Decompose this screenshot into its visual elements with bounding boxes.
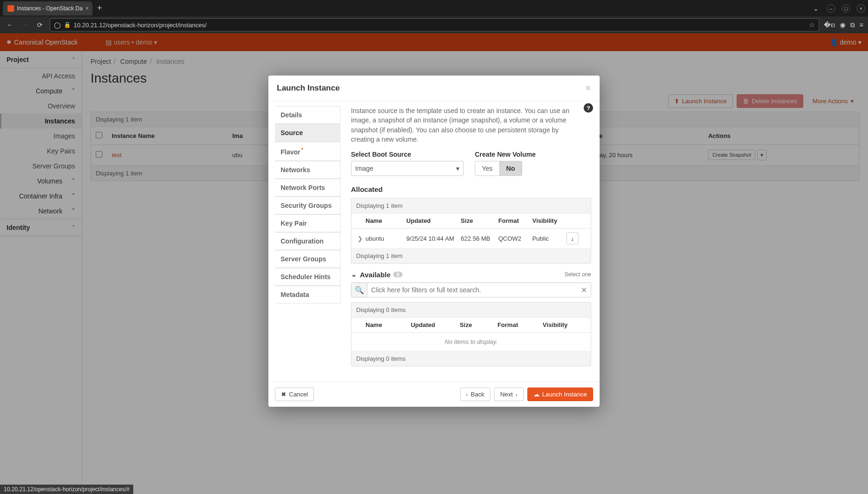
search-input[interactable] (367, 283, 577, 297)
step-security-groups[interactable]: Security Groups (275, 197, 341, 214)
button-label: Next (500, 391, 513, 398)
close-icon: ✖ (281, 391, 286, 398)
available-header-row: Name Updated Size Format Visibility (351, 318, 591, 333)
cloud-upload-icon: ☁ (533, 391, 540, 398)
col-updated[interactable]: Updated (406, 217, 461, 224)
window-minimize-button[interactable]: – (827, 4, 835, 13)
col-name[interactable]: Name (365, 321, 411, 328)
cell-name: ubuntu (365, 235, 406, 242)
browser-tab[interactable]: Instances - OpenStack Da × (3, 1, 92, 15)
shield-icon: ◯ (54, 22, 61, 29)
extensions-icon[interactable]: ⧉ (850, 21, 855, 29)
boot-source-value: Image (355, 165, 373, 172)
step-server-groups[interactable]: Server Groups (275, 250, 341, 268)
button-label: Cancel (289, 391, 308, 398)
bookmark-star-icon[interactable]: ☆ (809, 21, 815, 29)
col-format[interactable]: Format (498, 217, 533, 224)
allocated-title: Allocated (351, 185, 591, 193)
source-description: Instance source is the template used to … (351, 106, 591, 144)
available-count: 0 (393, 272, 403, 277)
boot-source-label: Select Boot Source (351, 151, 464, 158)
deallocate-button[interactable]: ↓ (566, 232, 579, 244)
allocated-header: Name Updated Size Format Visibility (351, 213, 591, 228)
step-source[interactable]: Source (275, 124, 341, 142)
window-maximize-button[interactable]: □ (842, 4, 850, 13)
step-configuration[interactable]: Configuration (275, 232, 341, 250)
clear-search-icon[interactable]: ✕ (577, 283, 591, 297)
toggle-yes[interactable]: Yes (475, 161, 499, 175)
cell-size: 622.56 MB (461, 235, 498, 242)
help-icon[interactable]: ? (584, 103, 593, 113)
col-visibility[interactable]: Visibility (543, 321, 588, 328)
window-close-button[interactable]: × (857, 4, 865, 13)
step-network-ports[interactable]: Network Ports (275, 179, 341, 197)
url-bar[interactable]: ◯ 🔒 10.20.21.12/openstack-horizon/projec… (50, 18, 819, 31)
available-info-bottom: Displaying 0 items (351, 351, 591, 366)
button-label: Back (471, 391, 484, 398)
available-header: ⌄ Available 0 Select one (351, 270, 591, 279)
browser-titlebar: Instances - OpenStack Da × + ⌄ – □ × (0, 0, 868, 16)
expand-row-icon[interactable]: ❯ (354, 235, 365, 242)
cell-updated: 9/25/24 10:44 AM (406, 235, 461, 242)
col-size[interactable]: Size (460, 321, 497, 328)
lock-icon: 🔒 (64, 22, 71, 28)
step-label: Flavor (281, 148, 300, 156)
browser-statusbar: 10.20.21.12/openstack-horizon/project/in… (0, 485, 133, 494)
step-networks[interactable]: Networks (275, 161, 341, 179)
step-metadata[interactable]: Metadata (275, 286, 341, 304)
new-tab-button[interactable]: + (97, 3, 102, 13)
nav-forward-icon: → (20, 21, 30, 29)
cell-format: QCOW2 (498, 235, 533, 242)
modal-close-icon[interactable]: × (585, 82, 591, 94)
launch-instance-modal: Launch Instance × Details Source Flavor*… (268, 76, 600, 407)
field-boot-source: Select Boot Source Image ▾ (351, 151, 464, 176)
available-table: Displaying 0 items Name Updated Size For… (351, 302, 591, 366)
step-key-pair[interactable]: Key Pair (275, 214, 341, 232)
tab-title: Instances - OpenStack Da (17, 5, 83, 12)
window-controls: ⌄ – □ × (812, 4, 865, 13)
col-visibility[interactable]: Visibility (532, 217, 566, 224)
pocket-icon[interactable]: �ει (824, 21, 835, 29)
field-create-volume: Create New Volume Yes No (475, 151, 536, 176)
browser-navbar: ← → ⟳ ◯ 🔒 10.20.21.12/openstack-horizon/… (0, 16, 868, 33)
chevron-right-icon: › (516, 392, 518, 397)
wizard-panel-source: ? Instance source is the template used t… (341, 101, 600, 373)
menu-icon[interactable]: ≡ (860, 21, 863, 29)
required-icon: * (301, 147, 303, 152)
boot-source-select[interactable]: Image ▾ (351, 161, 464, 176)
available-empty: No items to display. (351, 333, 591, 351)
col-updated[interactable]: Updated (411, 321, 459, 328)
next-button[interactable]: Next› (494, 388, 523, 401)
cancel-button[interactable]: ✖Cancel (275, 388, 314, 401)
tab-favicon (8, 5, 14, 12)
launch-instance-submit[interactable]: ☁Launch Instance (527, 388, 593, 401)
available-search: 🔍 ✕ (351, 282, 591, 297)
caret-down-icon: ▾ (456, 165, 459, 172)
cell-visibility: Public (532, 235, 566, 242)
step-scheduler-hints[interactable]: Scheduler Hints (275, 268, 341, 286)
tab-close-icon[interactable]: × (85, 5, 89, 12)
nav-back-icon[interactable]: ← (5, 21, 15, 29)
button-label: Launch Instance (542, 391, 587, 398)
allocated-info-bottom: Displaying 1 item (351, 249, 591, 263)
nav-reload-icon[interactable]: ⟳ (35, 21, 45, 29)
col-name[interactable]: Name (365, 217, 406, 224)
step-flavor[interactable]: Flavor* (275, 142, 341, 161)
available-title: Available (360, 271, 390, 279)
create-volume-toggle: Yes No (475, 161, 522, 176)
back-button[interactable]: ‹Back (460, 388, 491, 401)
chevron-left-icon: ‹ (466, 392, 468, 397)
modal-title: Launch Instance (277, 84, 340, 93)
modal-header: Launch Instance × (268, 76, 600, 101)
col-format[interactable]: Format (497, 321, 542, 328)
col-size[interactable]: Size (461, 217, 498, 224)
search-icon: 🔍 (351, 283, 367, 297)
step-details[interactable]: Details (275, 106, 341, 124)
chevron-down-icon[interactable]: ⌄ (812, 4, 820, 13)
allocated-row: ❯ ubuntu 9/25/24 10:44 AM 622.56 MB QCOW… (351, 228, 591, 249)
modal-footer: ✖Cancel ‹Back Next› ☁Launch Instance (268, 381, 600, 407)
account-icon[interactable]: ◉ (840, 21, 845, 29)
page-viewport: ✺ Canonical OpenStack ▤ users • demo ▾ 👤… (0, 33, 868, 494)
available-toggle[interactable]: ⌄ Available 0 (351, 270, 403, 279)
toggle-no[interactable]: No (499, 161, 522, 175)
